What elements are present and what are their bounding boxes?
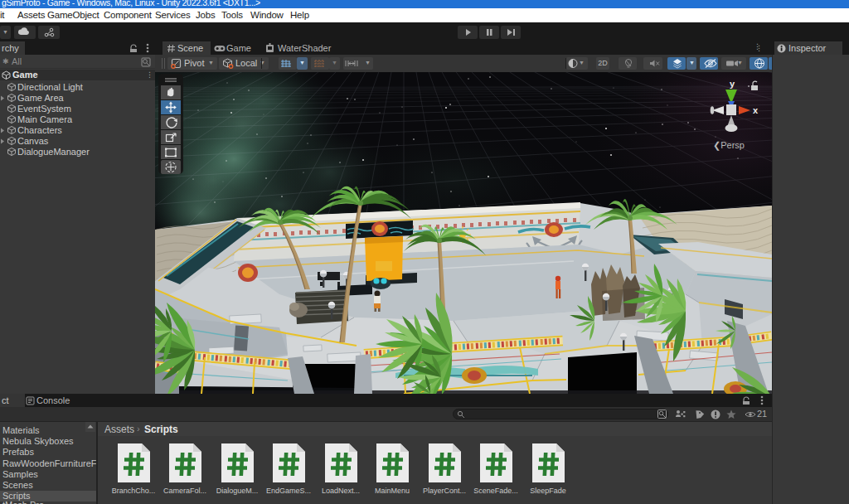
svg-text:x: x bbox=[753, 105, 759, 115]
svg-text:❮Persp: ❮Persp bbox=[713, 140, 745, 151]
svg-text:y: y bbox=[730, 79, 735, 89]
